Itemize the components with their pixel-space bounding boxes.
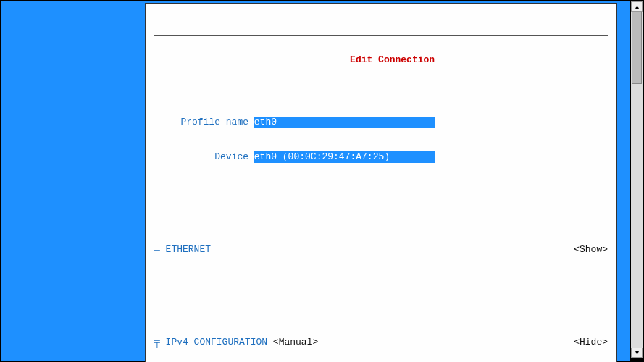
- section-toggle-icon[interactable]: ═: [154, 244, 166, 256]
- ipv4-section-header[interactable]: IPv4 CONFIGURATION: [166, 337, 267, 348]
- device-input[interactable]: eth0 (00:0C:29:47:A7:25): [254, 151, 435, 163]
- dialog-title: Edit Connection: [346, 54, 439, 65]
- scrollbar-down-icon[interactable]: ▾: [631, 348, 643, 358]
- ipv4-hide-button[interactable]: <Hide>: [574, 337, 608, 348]
- profile-name-label: Profile name: [154, 117, 248, 128]
- dialog-title-bar: Edit Connection: [154, 31, 608, 40]
- ipv4-mode-select[interactable]: <Manual>: [273, 337, 318, 348]
- section-toggle-icon[interactable]: ╤: [154, 337, 166, 348]
- device-label: Device: [154, 151, 248, 163]
- scrollbar-up-icon[interactable]: ▴: [631, 1, 643, 12]
- scrollbar[interactable]: ▴ ▾: [631, 1, 643, 358]
- ethernet-show-button[interactable]: <Show>: [574, 244, 608, 256]
- profile-name-input[interactable]: eth0: [254, 117, 435, 128]
- ethernet-section-header[interactable]: ETHERNET: [166, 244, 211, 256]
- nmtui-edit-connection-dialog: Edit Connection Profile name eth0 Device…: [145, 3, 617, 362]
- scrollbar-track[interactable]: [631, 12, 643, 348]
- scrollbar-thumb[interactable]: [632, 12, 642, 84]
